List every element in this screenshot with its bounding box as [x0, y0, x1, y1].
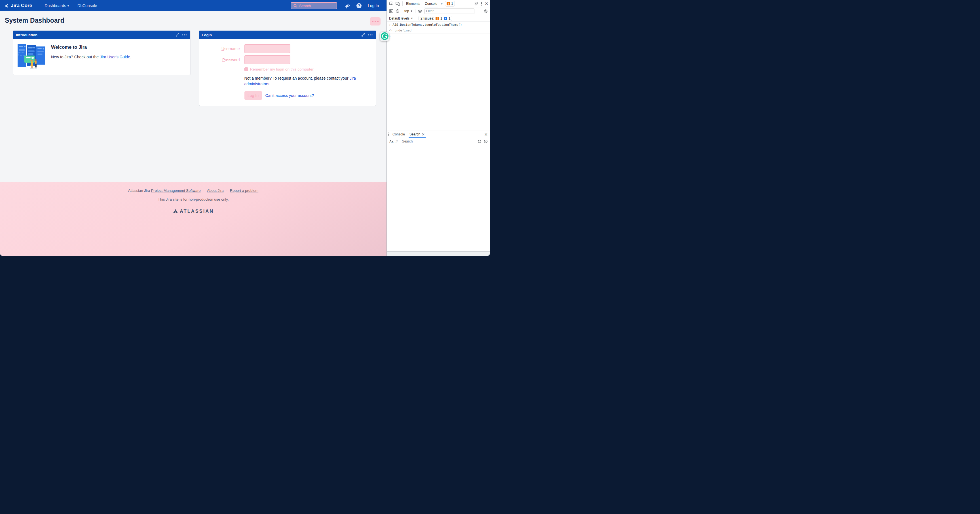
tab-elements[interactable]: Elements: [405, 0, 422, 7]
nav-dbconsole[interactable]: DbConsole: [77, 3, 97, 8]
gadget-row: Introduction •••: [13, 30, 376, 106]
input-chevron-icon: ›: [389, 23, 391, 27]
username-label: Username: [199, 46, 240, 51]
intro-illustration: [17, 43, 46, 70]
gadget-menu-icon[interactable]: •••: [182, 33, 188, 37]
grammarly-badge[interactable]: [380, 32, 389, 41]
login-button[interactable]: Log In: [245, 91, 262, 100]
login-header: Login •••: [199, 30, 376, 39]
login-form: Username Password Remember my login on t…: [199, 39, 376, 106]
expand-icon[interactable]: [361, 33, 365, 36]
about-jira-link[interactable]: About Jira: [207, 189, 224, 193]
tab-console[interactable]: Console: [424, 0, 438, 7]
help-icon[interactable]: ?: [356, 3, 361, 8]
devtools-close-icon[interactable]: ✕: [485, 2, 488, 6]
console-sidebar-icon[interactable]: [389, 10, 393, 13]
console-command-line: › AJS.DesignTokens.toggleTestingTheme(): [387, 22, 490, 27]
introduction-gadget: Introduction •••: [13, 30, 190, 75]
nav-login-link[interactable]: Log In: [368, 3, 379, 8]
info-issue-icon: [444, 17, 447, 20]
return-chevron-icon: <·: [389, 29, 393, 32]
devtools-panel: Elements Console » 1 ✕: [387, 0, 490, 256]
report-a-problem-link[interactable]: Report a problem: [230, 189, 258, 193]
jira-logo-icon: [4, 3, 9, 8]
clear-console-icon[interactable]: [396, 9, 399, 13]
inspect-element-icon[interactable]: [389, 2, 393, 6]
username-input[interactable]: [245, 44, 290, 53]
search-icon: [293, 4, 297, 8]
chevron-down-icon: ▼: [410, 17, 413, 20]
drawer-tab-search[interactable]: Search ✕: [408, 131, 426, 138]
chevron-down-icon: ▼: [410, 10, 413, 13]
project-management-software-link[interactable]: Project Management Software: [151, 189, 201, 193]
password-label: Password: [199, 57, 240, 62]
grammarly-g-icon: [381, 32, 388, 40]
drawer-search-input[interactable]: [400, 139, 475, 144]
devtools-bottom-strip: [387, 251, 490, 256]
nav-search-box[interactable]: [291, 2, 337, 10]
console-log-area[interactable]: › AJS.DesignTokens.toggleTestingTheme() …: [387, 22, 490, 131]
close-tab-icon[interactable]: ✕: [422, 132, 425, 136]
intro-paragraph: New to Jira? Check out the Jira User's G…: [51, 55, 131, 59]
page-title: System Dashboard: [5, 17, 387, 24]
introduction-body: Welcome to Jira New to Jira? Check out t…: [13, 39, 190, 75]
drawer-results-area: [387, 145, 490, 251]
match-case-toggle[interactable]: Aa: [389, 140, 393, 143]
warning-issue-icon: [436, 17, 439, 20]
log-levels-dropdown[interactable]: Default levels ▼: [389, 16, 413, 21]
login-title: Login: [202, 33, 212, 37]
more-tabs-icon[interactable]: »: [441, 2, 443, 6]
password-input[interactable]: [245, 55, 290, 64]
console-toolbar: top ▼: [387, 7, 490, 15]
context-selector[interactable]: top ▼: [404, 9, 413, 13]
remember-checkbox[interactable]: [245, 67, 248, 71]
atlassian-wordmark: ATLASSIAN: [180, 209, 214, 214]
browser-window: Jira Core Dashboards ▾ DbConsole: [0, 0, 490, 256]
console-levels-bar: Default levels ▼ 2 Issues: 1 1: [387, 15, 490, 22]
devtools-drawer: Console Search ✕ ✕ Aa .*: [387, 131, 490, 256]
devtools-menu-icon[interactable]: [481, 2, 482, 6]
drawer-search-toolbar: Aa .*: [387, 138, 490, 145]
not-member-text: Not a member? To request an account, ple…: [245, 76, 362, 87]
console-settings-icon[interactable]: [484, 9, 488, 13]
drawer-menu-icon[interactable]: [388, 132, 389, 136]
console-result-line: <· undefined: [387, 27, 490, 33]
search-input[interactable]: [299, 4, 330, 8]
refresh-search-icon[interactable]: [477, 140, 482, 143]
nav-right: ? Log In: [291, 2, 387, 10]
console-filter-input[interactable]: [425, 8, 474, 14]
intro-heading: Welcome to Jira: [51, 44, 131, 50]
gadget-menu-icon[interactable]: •••: [368, 33, 373, 37]
devtools-tabbar: Elements Console » 1 ✕: [387, 0, 490, 7]
atlassian-logo: ATLASSIAN: [0, 209, 387, 214]
dashboard-main: System Dashboard Introduction: [0, 11, 387, 182]
drawer-close-icon[interactable]: ✕: [484, 132, 488, 136]
introduction-title: Introduction: [16, 33, 37, 37]
nav-dashboards[interactable]: Dashboards ▾: [45, 3, 69, 8]
device-toolbar-icon[interactable]: [396, 2, 400, 6]
footer-line1: Atlassian Jira Project Management Softwa…: [0, 189, 387, 193]
console-prompt[interactable]: ›: [387, 33, 490, 39]
drawer-tab-console[interactable]: Console: [391, 131, 406, 138]
introduction-header: Introduction •••: [13, 30, 190, 39]
devtools-settings-icon[interactable]: [474, 2, 478, 6]
feedback-megaphone-icon[interactable]: [345, 3, 350, 8]
issues-warning-badge[interactable]: 1: [445, 1, 455, 6]
login-gadget: Login ••• Username: [199, 30, 376, 106]
issues-counter[interactable]: 2 Issues: 1 1: [418, 16, 452, 21]
page-footer: Atlassian Jira Project Management Softwa…: [0, 182, 387, 256]
regex-toggle[interactable]: .*: [396, 140, 398, 143]
cant-access-account-link[interactable]: Can't access your account?: [266, 93, 314, 98]
top-navigation: Jira Core Dashboards ▾ DbConsole: [0, 0, 387, 11]
jira-page: Jira Core Dashboards ▾ DbConsole: [0, 0, 387, 256]
footer-line2: This Jira site is for non-production use…: [0, 197, 387, 201]
app-name: Jira Core: [11, 3, 32, 8]
jira-users-guide-link[interactable]: Jira User's Guide: [100, 55, 130, 59]
dashboard-tools-button[interactable]: [370, 17, 380, 25]
jira-logo[interactable]: Jira Core: [4, 3, 32, 8]
footer-jira-link[interactable]: Jira: [166, 197, 172, 201]
live-expression-eye-icon[interactable]: [418, 10, 422, 13]
clear-search-icon[interactable]: [484, 140, 488, 143]
expand-icon[interactable]: [176, 33, 179, 36]
atlassian-mark-icon: [173, 209, 178, 214]
